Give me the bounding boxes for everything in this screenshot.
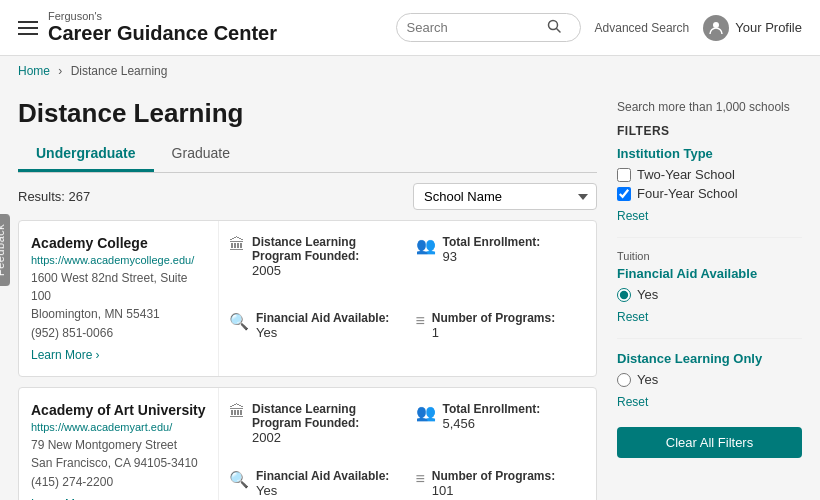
site-title: Ferguson's Career Guidance Center — [48, 10, 277, 45]
profile-area[interactable]: Your Profile — [703, 15, 802, 41]
detail-enrollment: 👥 Total Enrollment: 5,456 — [416, 402, 587, 459]
content-area: Distance Learning Undergraduate Graduate… — [18, 86, 597, 500]
feedback-tab[interactable]: Feedback — [0, 214, 10, 286]
school-name: Academy of Art University — [31, 402, 206, 418]
svg-line-1 — [556, 29, 560, 33]
financial-aid-reset[interactable]: Reset — [617, 310, 648, 324]
filter-institution-type: Institution Type Two-Year School Four-Ye… — [617, 146, 802, 223]
tab-graduate[interactable]: Graduate — [154, 137, 248, 172]
distance-learning-yes[interactable]: Yes — [617, 372, 802, 387]
site-subtitle: Ferguson's — [48, 10, 277, 22]
institution-type-title: Institution Type — [617, 146, 802, 161]
search-dollar-icon: 🔍 — [229, 312, 249, 331]
list-icon: ≡ — [416, 312, 425, 330]
filter-four-year[interactable]: Four-Year School — [617, 186, 802, 201]
detail-dl-founded: 🏛 Distance Learning Program Founded: 200… — [229, 402, 400, 459]
svg-point-2 — [713, 22, 719, 28]
building-icon: 🏛 — [229, 403, 245, 421]
school-address: 79 New Montgomery StreetSan Francisco, C… — [31, 436, 206, 472]
distance-learning-reset[interactable]: Reset — [617, 395, 648, 409]
school-card: Academy of Art University https://www.ac… — [18, 387, 597, 500]
distance-learning-radio[interactable] — [617, 373, 631, 387]
page-title: Distance Learning — [18, 98, 597, 129]
breadcrumb: Home › Distance Learning — [0, 56, 820, 86]
detail-dl-founded: 🏛 Distance Learning Program Founded: 200… — [229, 235, 400, 301]
results-bar: Results: 267 School Name Enrollment (Hig… — [18, 183, 597, 210]
card-info: Academy College https://www.academycolle… — [19, 221, 219, 376]
school-card: Academy College https://www.academycolle… — [18, 220, 597, 377]
results-count: Results: 267 — [18, 189, 90, 204]
filters-label: FILTERS — [617, 124, 802, 138]
search-bar — [396, 13, 581, 42]
tabs: Undergraduate Graduate — [18, 137, 597, 173]
advanced-search-link[interactable]: Advanced Search — [595, 21, 690, 35]
two-year-checkbox[interactable] — [617, 168, 631, 182]
breadcrumb-separator: › — [58, 64, 62, 78]
institution-type-reset[interactable]: Reset — [617, 209, 648, 223]
school-url: https://www.academyart.edu/ — [31, 421, 206, 433]
card-details: 🏛 Distance Learning Program Founded: 200… — [219, 388, 596, 500]
main-content: Distance Learning Undergraduate Graduate… — [0, 86, 820, 500]
building-icon: 🏛 — [229, 236, 245, 254]
four-year-checkbox[interactable] — [617, 187, 631, 201]
tuition-label: Tuition — [617, 250, 802, 262]
distance-learning-title: Distance Learning Only — [617, 351, 802, 366]
breadcrumb-home[interactable]: Home — [18, 64, 50, 78]
school-address: 1600 West 82nd Street, Suite 100Blooming… — [31, 269, 206, 323]
sidebar-search-note: Search more than 1,000 schools — [617, 100, 802, 114]
search-input[interactable] — [407, 20, 547, 35]
detail-num-programs: ≡ Number of Programs: 1 — [416, 311, 587, 363]
hamburger-menu[interactable] — [18, 21, 38, 35]
card-details: 🏛 Distance Learning Program Founded: 200… — [219, 221, 596, 376]
filter-two-year[interactable]: Two-Year School — [617, 167, 802, 182]
search-dollar-icon: 🔍 — [229, 470, 249, 489]
school-name: Academy College — [31, 235, 206, 251]
people-icon: 👥 — [416, 403, 436, 422]
chevron-right-icon: › — [95, 348, 99, 362]
financial-aid-yes[interactable]: Yes — [617, 287, 802, 302]
breadcrumb-current: Distance Learning — [71, 64, 168, 78]
profile-icon — [703, 15, 729, 41]
tab-undergraduate[interactable]: Undergraduate — [18, 137, 154, 172]
site-main-title: Career Guidance Center — [48, 22, 277, 45]
list-icon: ≡ — [416, 470, 425, 488]
people-icon: 👥 — [416, 236, 436, 255]
search-button[interactable] — [547, 19, 561, 36]
header: Ferguson's Career Guidance Center Advanc… — [0, 0, 820, 56]
filter-distance-learning: Distance Learning Only Yes Reset — [617, 351, 802, 409]
financial-aid-title: Financial Aid Available — [617, 266, 802, 281]
financial-aid-radio[interactable] — [617, 288, 631, 302]
school-phone: (415) 274-2200 — [31, 475, 206, 489]
school-url: https://www.academycollege.edu/ — [31, 254, 206, 266]
school-list: Academy College https://www.academycolle… — [18, 220, 597, 500]
detail-num-programs: ≡ Number of Programs: 101 — [416, 469, 587, 501]
clear-filters-button[interactable]: Clear All Filters — [617, 427, 802, 458]
profile-label: Your Profile — [735, 20, 802, 35]
school-phone: (952) 851-0066 — [31, 326, 206, 340]
detail-financial-aid: 🔍 Financial Aid Available: Yes — [229, 311, 400, 363]
card-info: Academy of Art University https://www.ac… — [19, 388, 219, 500]
learn-more-link[interactable]: Learn More › — [31, 348, 99, 362]
detail-financial-aid: 🔍 Financial Aid Available: Yes — [229, 469, 400, 501]
detail-enrollment: 👥 Total Enrollment: 93 — [416, 235, 587, 301]
filter-financial-aid: Tuition Financial Aid Available Yes Rese… — [617, 250, 802, 324]
sidebar: Search more than 1,000 schools FILTERS I… — [617, 86, 802, 500]
sort-select[interactable]: School Name Enrollment (High to Low) Enr… — [413, 183, 597, 210]
